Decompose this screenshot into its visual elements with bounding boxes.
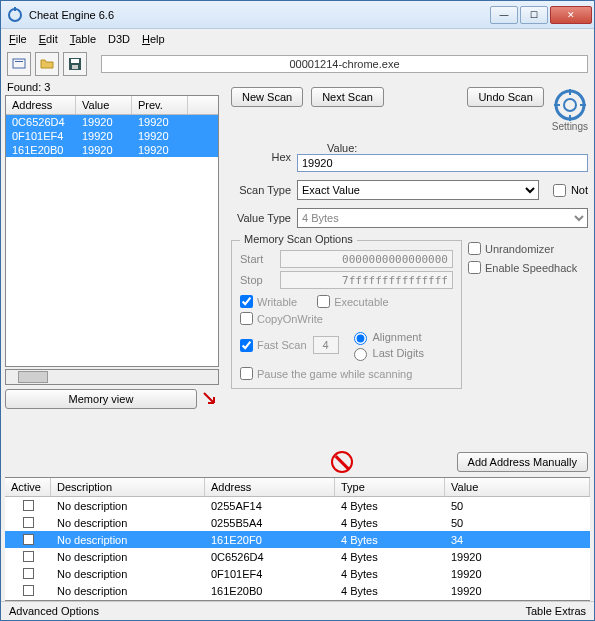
address-list-table[interactable]: Active Description Address Type Value No…	[5, 477, 590, 601]
minimize-button[interactable]: —	[490, 6, 518, 24]
value-type-label: Value Type	[231, 212, 291, 224]
open-button[interactable]	[35, 52, 59, 76]
window-title: Cheat Engine 6.6	[29, 9, 490, 21]
fastscan-label: Fast Scan	[257, 339, 307, 351]
address-row[interactable]: No description161E20F04 Bytes34	[5, 531, 590, 548]
result-row[interactable]: 0F101EF41992019920	[6, 129, 218, 143]
col-active[interactable]: Active	[5, 478, 51, 496]
add-to-list-arrow-icon[interactable]	[201, 390, 219, 408]
found-count: Found: 3	[1, 79, 223, 95]
stop-icon[interactable]	[331, 451, 353, 473]
menu-table[interactable]: Table	[70, 33, 96, 45]
pause-checkbox[interactable]	[240, 367, 253, 380]
active-checkbox[interactable]	[23, 551, 34, 562]
col-type[interactable]: Type	[335, 478, 445, 496]
toolbar: 00001214-chrome.exe	[1, 49, 594, 79]
results-header[interactable]: Address Value Prev.	[6, 96, 218, 115]
address-row[interactable]: No description0255B5A44 Bytes50	[5, 514, 590, 531]
active-checkbox[interactable]	[23, 534, 34, 545]
svg-point-8	[564, 99, 576, 111]
alignment-radio[interactable]	[354, 332, 367, 345]
select-process-button[interactable]	[7, 52, 31, 76]
table-extras-button[interactable]: Table Extras	[525, 605, 586, 617]
col-value[interactable]: Value	[76, 96, 132, 114]
active-checkbox[interactable]	[23, 517, 34, 528]
svg-rect-1	[14, 7, 16, 11]
menu-file[interactable]: File	[9, 33, 27, 45]
result-row[interactable]: 161E20B01992019920	[6, 143, 218, 157]
writable-checkbox[interactable]	[240, 295, 253, 308]
speedhack-checkbox[interactable]	[468, 261, 481, 274]
writable-label: Writable	[257, 296, 297, 308]
fastscan-value-input[interactable]	[313, 336, 339, 354]
pause-label: Pause the game while scanning	[257, 368, 412, 380]
value-label: Value:	[327, 142, 588, 154]
lastdigits-label: Last Digits	[373, 347, 424, 359]
advanced-options-button[interactable]: Advanced Options	[9, 605, 99, 617]
undo-scan-button[interactable]: Undo Scan	[467, 87, 543, 107]
svg-rect-5	[71, 59, 79, 63]
col-address[interactable]: Address	[6, 96, 76, 114]
scan-value-input[interactable]	[297, 154, 588, 172]
results-hscrollbar[interactable]	[5, 369, 219, 385]
scan-type-label: Scan Type	[231, 184, 291, 196]
svg-rect-6	[72, 65, 78, 69]
menubar: File Edit Table D3D Help	[1, 29, 594, 49]
col-address2[interactable]: Address	[205, 478, 335, 496]
settings-label: Settings	[552, 121, 588, 132]
active-checkbox[interactable]	[23, 568, 34, 579]
memory-scan-options-group: Memory Scan Options Start Stop Writable …	[231, 240, 462, 389]
menu-edit[interactable]: Edit	[39, 33, 58, 45]
close-button[interactable]: ✕	[550, 6, 592, 24]
address-row[interactable]: No description0255AF144 Bytes50	[5, 497, 590, 514]
address-list-header[interactable]: Active Description Address Type Value	[5, 478, 590, 497]
titlebar[interactable]: Cheat Engine 6.6 — ☐ ✕	[1, 1, 594, 29]
start-label: Start	[240, 253, 274, 265]
copyonwrite-label: CopyOnWrite	[257, 313, 323, 325]
app-window: Cheat Engine 6.6 — ☐ ✕ File Edit Table D…	[0, 0, 595, 621]
unrandomizer-checkbox[interactable]	[468, 242, 481, 255]
address-row[interactable]: No description161E20B04 Bytes19920	[5, 582, 590, 599]
copyonwrite-checkbox[interactable]	[240, 312, 253, 325]
svg-rect-2	[13, 59, 25, 68]
scan-type-select[interactable]: Exact Value	[297, 180, 539, 200]
left-pane: Found: 3 Address Value Prev. 0C6526D4199…	[1, 79, 223, 447]
start-address-input[interactable]	[280, 250, 453, 268]
executable-label: Executable	[334, 296, 388, 308]
process-name-bar[interactable]: 00001214-chrome.exe	[101, 55, 588, 73]
status-bar: Advanced Options Table Extras	[1, 601, 594, 620]
right-pane: New Scan Next Scan Undo Scan Settings He…	[223, 79, 594, 447]
scan-results-grid[interactable]: Address Value Prev. 0C6526D419920199200F…	[5, 95, 219, 367]
alignment-label: Alignment	[373, 331, 422, 343]
col-prev[interactable]: Prev.	[132, 96, 188, 114]
active-checkbox[interactable]	[23, 585, 34, 596]
stop-address-input[interactable]	[280, 271, 453, 289]
hex-label: Hex	[231, 151, 291, 163]
add-address-manually-button[interactable]: Add Address Manually	[457, 452, 588, 472]
menu-d3d[interactable]: D3D	[108, 33, 130, 45]
result-row[interactable]: 0C6526D41992019920	[6, 115, 218, 129]
executable-checkbox[interactable]	[317, 295, 330, 308]
maximize-button[interactable]: ☐	[520, 6, 548, 24]
address-row[interactable]: No description0F101EF44 Bytes19920	[5, 565, 590, 582]
memory-view-button[interactable]: Memory view	[5, 389, 197, 409]
svg-rect-3	[15, 61, 23, 62]
unrandomizer-label: Unrandomizer	[485, 243, 554, 255]
new-scan-button[interactable]: New Scan	[231, 87, 303, 107]
fastscan-checkbox[interactable]	[240, 339, 253, 352]
address-row[interactable]: No description0C6526D44 Bytes19920	[5, 548, 590, 565]
stop-label: Stop	[240, 274, 274, 286]
speedhack-label: Enable Speedhack	[485, 262, 577, 274]
next-scan-button[interactable]: Next Scan	[311, 87, 384, 107]
not-label: Not	[571, 184, 588, 196]
settings-icon[interactable]	[552, 87, 588, 123]
menu-help[interactable]: Help	[142, 33, 165, 45]
not-checkbox[interactable]	[553, 184, 566, 197]
active-checkbox[interactable]	[23, 500, 34, 511]
col-description[interactable]: Description	[51, 478, 205, 496]
value-type-select[interactable]: 4 Bytes	[297, 208, 588, 228]
col-value2[interactable]: Value	[445, 478, 590, 496]
save-button[interactable]	[63, 52, 87, 76]
svg-point-7	[556, 91, 584, 119]
lastdigits-radio[interactable]	[354, 348, 367, 361]
